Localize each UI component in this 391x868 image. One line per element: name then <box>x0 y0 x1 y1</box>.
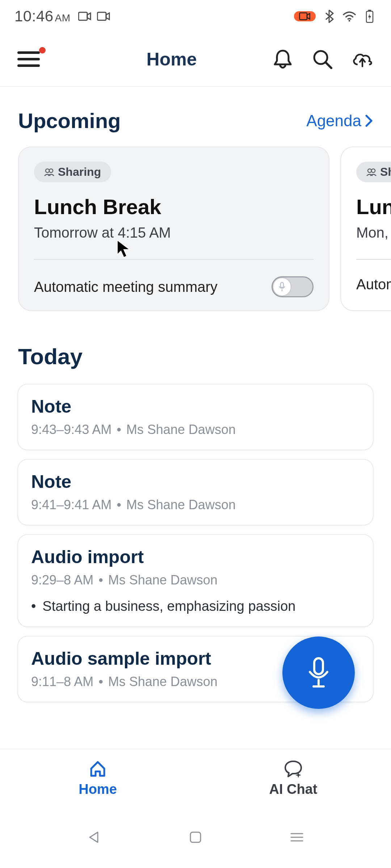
nav-home-button[interactable] <box>186 828 205 846</box>
svg-point-11 <box>368 169 371 173</box>
note-card[interactable]: Note 9:43–9:43 AM•Ms Shane Dawson <box>17 384 374 450</box>
note-meta: 9:41–9:41 AM•Ms Shane Dawson <box>31 497 360 512</box>
sharing-badge: Sharing <box>34 162 111 182</box>
divider <box>34 259 314 260</box>
svg-rect-5 <box>368 10 371 11</box>
note-card[interactable]: Audio import 9:29–8 AM•Ms Shane Dawson S… <box>17 534 374 627</box>
upcoming-card-title: Lunch Break <box>34 195 314 219</box>
note-title: Audio import <box>31 546 360 567</box>
svg-point-12 <box>371 169 375 173</box>
svg-rect-2 <box>299 13 307 20</box>
home-icon <box>88 759 107 778</box>
square-home-icon <box>189 830 202 844</box>
svg-point-3 <box>349 20 350 22</box>
record-indicator-icon <box>78 11 92 22</box>
note-meta: 9:29–8 AM•Ms Shane Dawson <box>31 573 360 588</box>
page-title: Home <box>79 49 264 70</box>
tab-bar: Home AI Chat <box>0 749 391 807</box>
auto-summary-label: Automatic meeting summary <box>34 279 218 295</box>
recent-apps-icon <box>290 831 304 843</box>
note-meta: 9:43–9:43 AM•Ms Shane Dawson <box>31 422 360 437</box>
upcoming-scroll[interactable]: Sharing Lunch Break Tomorrow at 4:15 AM … <box>0 146 391 311</box>
divider <box>356 259 391 260</box>
svg-rect-1 <box>97 12 106 20</box>
agenda-link[interactable]: Agenda <box>306 112 373 130</box>
chevron-right-icon <box>365 114 373 127</box>
svg-point-8 <box>46 169 49 173</box>
svg-rect-0 <box>79 12 87 20</box>
tab-home[interactable]: Home <box>0 749 196 807</box>
app-header: Home <box>0 33 391 87</box>
upcoming-card-title: Lunc <box>356 195 391 219</box>
upcoming-card-subtitle: Tomorrow at 4:15 AM <box>34 225 314 241</box>
svg-point-9 <box>49 169 53 173</box>
bluetooth-icon <box>322 11 336 22</box>
svg-rect-13 <box>314 658 323 674</box>
svg-rect-10 <box>281 282 283 288</box>
status-time: 10:46AM <box>14 8 71 25</box>
status-bar: 10:46AM <box>0 0 391 33</box>
search-button[interactable] <box>311 48 334 71</box>
sharing-badge-label: Sharing <box>58 165 101 179</box>
svg-line-7 <box>325 62 331 68</box>
upcoming-card-subtitle: Mon, J <box>356 225 391 241</box>
note-card[interactable]: Note 9:41–9:41 AM•Ms Shane Dawson <box>17 459 374 526</box>
upcoming-card[interactable]: Sha Lunc Mon, J Autom <box>340 146 391 311</box>
notification-dot-icon <box>39 47 46 54</box>
chat-sparkle-icon <box>283 759 303 778</box>
nav-back-button[interactable] <box>85 828 103 846</box>
wifi-icon <box>342 11 356 22</box>
bell-icon <box>273 48 293 70</box>
battery-icon <box>363 11 377 22</box>
note-title: Note <box>31 396 360 417</box>
people-icon <box>366 168 377 176</box>
system-nav-bar <box>0 807 391 868</box>
sharing-badge-label: Sha <box>380 165 391 179</box>
upcoming-card[interactable]: Sharing Lunch Break Tomorrow at 4:15 AM … <box>18 146 329 311</box>
note-title: Note <box>31 471 360 492</box>
cloud-upload-icon <box>351 49 374 69</box>
cloud-upload-button[interactable] <box>351 48 374 71</box>
mic-icon <box>277 281 287 292</box>
toggle-knob <box>273 278 291 295</box>
menu-button[interactable] <box>17 48 43 70</box>
svg-rect-16 <box>190 832 201 842</box>
agenda-link-label: Agenda <box>306 112 361 130</box>
auto-summary-label: Autom <box>356 276 391 293</box>
nav-recent-button[interactable] <box>288 828 306 846</box>
mic-icon <box>304 655 333 691</box>
people-icon <box>44 168 54 176</box>
auto-summary-toggle[interactable] <box>272 276 314 297</box>
search-icon <box>312 48 333 70</box>
record-indicator-icon <box>97 11 110 22</box>
hamburger-icon <box>17 58 40 60</box>
tab-home-label: Home <box>79 782 117 797</box>
triangle-back-icon <box>87 830 101 844</box>
screen-record-badge-icon <box>294 11 316 21</box>
tab-aichat-label: AI Chat <box>269 782 318 797</box>
record-fab[interactable] <box>282 637 355 709</box>
note-snippet: Starting a business, emphasizing passion <box>31 599 360 614</box>
sharing-badge: Sha <box>356 162 391 182</box>
notifications-button[interactable] <box>272 48 294 71</box>
today-heading: Today <box>18 344 373 369</box>
tab-aichat[interactable]: AI Chat <box>196 749 391 807</box>
upcoming-heading: Upcoming <box>18 109 121 133</box>
